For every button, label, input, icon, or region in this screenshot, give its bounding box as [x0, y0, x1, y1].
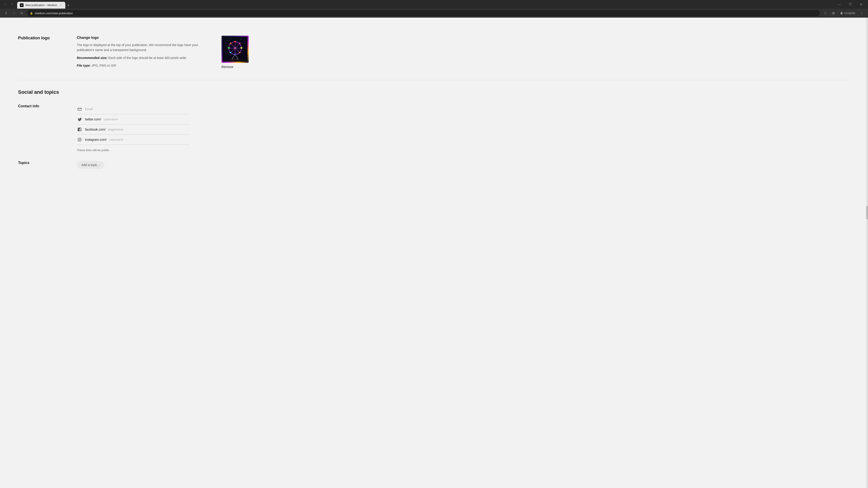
logo-image-inner — [221, 36, 249, 63]
bookmark-button[interactable]: ☆ — [822, 9, 829, 17]
url-text: medium.com/new-publication — [35, 11, 817, 15]
extensions-button[interactable]: ⊞ — [830, 9, 837, 17]
instagram-input[interactable] — [110, 137, 190, 142]
svg-rect-18 — [230, 43, 231, 44]
svg-marker-0 — [5, 4, 5, 5]
public-links-note: These links will be public. — [77, 149, 190, 152]
facebook-row: facebook.com/ — [77, 125, 190, 135]
file-type-value: JPG, PNG or GIF — [92, 64, 116, 67]
logo-image[interactable] — [221, 36, 249, 63]
maximize-button[interactable]: ❐ — [845, 0, 855, 8]
contact-info-label: Contact info — [18, 104, 68, 152]
page-content: Publication logo Change logo The logo is… — [0, 18, 868, 488]
recommended-size-value: Each side of the logo should be at least… — [108, 56, 186, 60]
svg-point-32 — [79, 139, 81, 140]
svg-rect-17 — [241, 47, 242, 48]
forward-button[interactable] — [10, 9, 18, 17]
active-tab[interactable]: M New publication – Medium × — [17, 2, 65, 8]
twitter-row: twitter.com/ — [77, 114, 190, 125]
twitter-prefix: twitter.com/ — [85, 118, 101, 121]
svg-point-33 — [80, 138, 81, 139]
svg-rect-16 — [228, 47, 230, 48]
reload-button[interactable]: ↻ — [18, 9, 25, 17]
instagram-row: instagram.com/ — [77, 135, 190, 145]
svg-rect-19 — [239, 43, 241, 44]
svg-point-5 — [241, 39, 241, 40]
logo-file-type: File type: JPG, PNG or GIF — [77, 63, 213, 68]
email-row — [77, 104, 190, 114]
tab-nav-next[interactable] — [9, 1, 16, 7]
facebook-input[interactable] — [108, 127, 190, 132]
instagram-prefix: instagram.com/ — [85, 138, 107, 141]
svg-rect-14 — [234, 41, 236, 42]
svg-point-6 — [244, 41, 244, 41]
topics-content: Add a topic... — [77, 161, 190, 169]
scrollbar-thumb[interactable] — [866, 206, 868, 219]
file-type-label: File type: — [77, 64, 91, 67]
social-topics-title: Social and topics — [18, 89, 850, 95]
menu-button[interactable]: ⋮ — [858, 9, 865, 17]
minimize-button[interactable]: — — [834, 0, 844, 8]
tab-navigation — [2, 1, 16, 7]
change-logo-title: Change logo — [77, 36, 213, 40]
publication-logo-heading: Publication logo — [18, 36, 68, 40]
publication-logo-content: Change logo The logo is displayed at the… — [77, 36, 213, 71]
svg-point-3 — [227, 40, 227, 40]
address-bar-actions: ☆ ⊞ Incognito ⋮ — [822, 9, 865, 17]
logo-recommended-size: Recommended size: Each side of the logo … — [77, 55, 213, 60]
scrollbar[interactable] — [866, 18, 868, 488]
publication-logo-label: Publication logo — [18, 36, 68, 71]
svg-rect-20 — [230, 52, 231, 53]
address-bar: ↻ 🔒 medium.com/new-publication ☆ ⊞ Incog… — [0, 8, 868, 18]
twitter-input[interactable] — [104, 117, 190, 122]
url-bar[interactable]: 🔒 medium.com/new-publication — [27, 10, 820, 16]
logo-preview: Remove — [221, 36, 267, 69]
contact-info-content: twitter.com/ facebook.com/ — [77, 104, 190, 152]
svg-point-4 — [230, 38, 231, 39]
remove-logo-link[interactable]: Remove — [221, 65, 233, 69]
incognito-label: Incognito — [844, 11, 855, 15]
tabs-container: M New publication – Medium × + — [17, 0, 833, 8]
tab-title: New publication – Medium — [25, 4, 57, 7]
logo-description-text: The logo is displayed at the top of your… — [77, 42, 213, 53]
publication-logo-section: Publication logo Change logo The logo is… — [18, 27, 850, 80]
recommended-size-label: Recommended size: — [77, 56, 107, 60]
social-topics-heading: Social and topics — [18, 80, 850, 100]
contact-info-heading: Contact info — [18, 104, 68, 108]
svg-marker-1 — [12, 4, 12, 5]
browser-chrome: M New publication – Medium × + — ❐ ✕ — [0, 0, 868, 18]
svg-rect-31 — [78, 138, 81, 141]
back-button[interactable] — [3, 9, 10, 17]
instagram-icon — [77, 137, 82, 142]
topics-section: Topics Add a topic... — [18, 156, 850, 173]
tab-close-button[interactable]: × — [59, 3, 63, 7]
window-controls: — ❐ ✕ — [834, 0, 866, 8]
svg-rect-21 — [239, 52, 241, 53]
email-input[interactable] — [85, 107, 190, 111]
new-tab-button[interactable]: + — [65, 2, 72, 8]
tab-nav-previous[interactable] — [2, 1, 8, 7]
facebook-prefix: facebook.com/ — [85, 128, 105, 131]
facebook-icon — [77, 127, 82, 132]
tab-bar: M New publication – Medium × + — ❐ ✕ — [0, 0, 868, 8]
svg-rect-29 — [223, 59, 248, 62]
incognito-badge[interactable]: Incognito — [838, 10, 857, 16]
contact-fields: twitter.com/ facebook.com/ — [77, 104, 190, 145]
topics-heading: Topics — [18, 161, 68, 165]
twitter-icon — [77, 117, 82, 122]
nav-buttons: ↻ — [3, 9, 25, 17]
close-button[interactable]: ✕ — [856, 0, 866, 8]
logo-preview-area: Remove — [221, 36, 267, 71]
topics-label: Topics — [18, 161, 68, 169]
tab-favicon: M — [20, 3, 24, 7]
add-topic-button[interactable]: Add a topic... — [77, 161, 104, 169]
email-icon — [77, 106, 82, 112]
lock-icon: 🔒 — [30, 12, 33, 15]
contact-info-section: Contact info — [18, 100, 850, 156]
